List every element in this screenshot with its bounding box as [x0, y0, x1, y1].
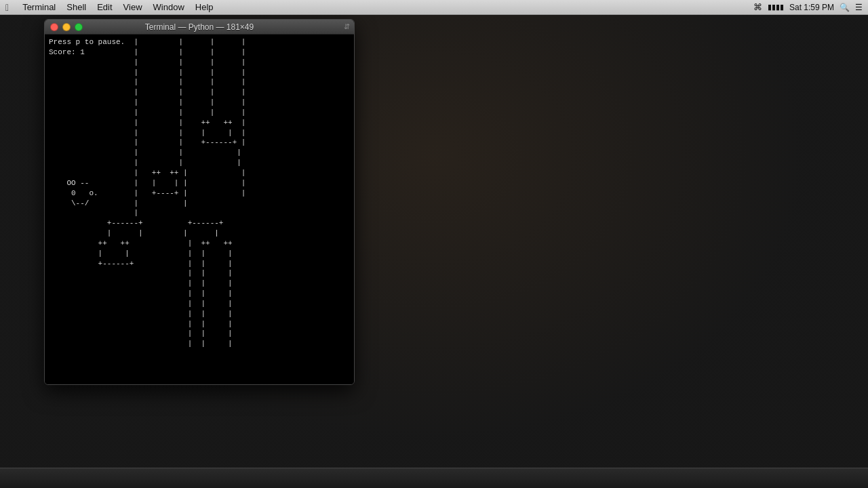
menu-window[interactable]: Window: [148, 1, 190, 14]
maximize-button[interactable]: [75, 23, 83, 31]
resize-icon[interactable]: ⇵: [344, 22, 350, 31]
wifi-icon[interactable]: ⌘: [753, 2, 762, 12]
battery-icon[interactable]: ▮▮▮▮: [768, 3, 784, 12]
menu-help[interactable]: Help: [190, 1, 219, 14]
terminal-body[interactable]: Press p to pause. | | | | Score: 1 | | |…: [45, 35, 354, 384]
minimize-button[interactable]: [62, 23, 71, 31]
menu-terminal[interactable]: Terminal: [17, 1, 61, 14]
terminal-window: Terminal — Python — 181×49 ⇵ Press p to …: [44, 19, 355, 385]
bottom-bar: [0, 468, 868, 488]
menu-view[interactable]: View: [118, 1, 148, 14]
apple-menu[interactable]: : [5, 2, 9, 13]
menu-shell[interactable]: Shell: [61, 1, 92, 14]
menubar:  Terminal Shell Edit View Window Help ⌘…: [0, 0, 868, 15]
terminal-titlebar: Terminal — Python — 181×49 ⇵: [45, 20, 354, 35]
window-controls: [50, 23, 83, 31]
menu-edit[interactable]: Edit: [92, 1, 117, 14]
close-button[interactable]: [50, 23, 58, 31]
spotlight-icon[interactable]: 🔍: [840, 3, 850, 12]
notification-icon[interactable]: ☰: [855, 3, 863, 12]
menubar-right: ⌘ ▮▮▮▮ Sat 1:59 PM 🔍 ☰: [753, 2, 863, 12]
clock: Sat 1:59 PM: [789, 3, 834, 12]
terminal-content: Press p to pause. | | | | Score: 1 | | |…: [49, 38, 245, 348]
window-title: Terminal — Python — 181×49: [145, 22, 254, 32]
